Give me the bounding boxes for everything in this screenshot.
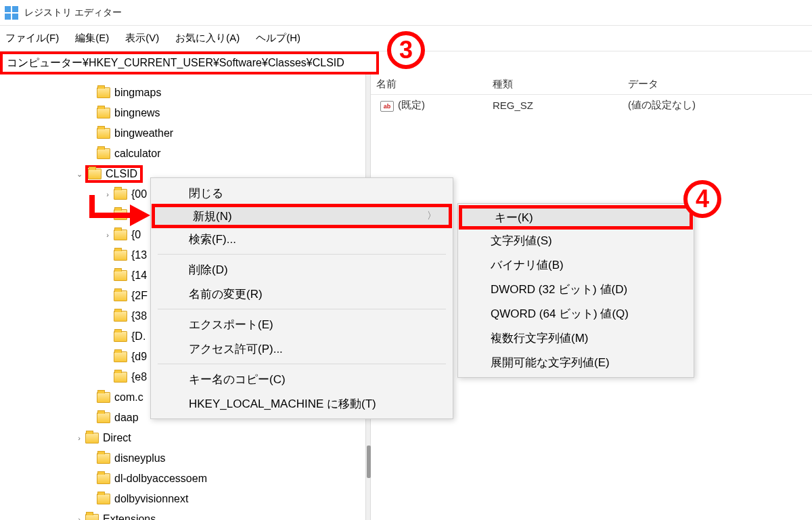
menu-view[interactable]: 表示(V) <box>125 32 159 45</box>
tree-item-dolbyvision[interactable]: dolbyvisionnext <box>0 489 365 509</box>
annotation-badge-3: 3 <box>387 31 425 69</box>
address-path: コンピューター¥HKEY_CURRENT_USER¥Software¥Class… <box>7 56 344 70</box>
ctx-label: 削除(D) <box>189 262 228 278</box>
chevron-right-icon[interactable]: › <box>73 515 85 520</box>
ctx-label: 新規(N) <box>193 209 232 224</box>
menu-favorites[interactable]: お気に入り(A) <box>175 32 240 45</box>
tree-label: {2F <box>131 290 148 302</box>
sub-label: 展開可能な文字列値(E) <box>491 355 610 370</box>
tree-item-extensions[interactable]: ›Extensions <box>0 509 365 520</box>
folder-icon <box>97 494 110 504</box>
tree-label: {13 <box>131 249 147 261</box>
menu-edit[interactable]: 編集(E) <box>75 32 109 45</box>
folder-icon <box>114 290 127 301</box>
folder-icon <box>85 514 99 520</box>
folder-icon <box>114 250 127 261</box>
tree-label: CLSID <box>106 168 137 180</box>
col-data[interactable]: データ <box>628 78 812 91</box>
separator <box>158 309 446 309</box>
chevron-right-icon[interactable]: › <box>73 434 85 442</box>
sub-expandstring[interactable]: 展開可能な文字列値(E) <box>458 350 694 374</box>
tree-label: Extensions <box>103 513 156 520</box>
ctx-new[interactable]: 新規(N)〉 <box>152 204 452 228</box>
ctx-close[interactable]: 閉じる <box>151 181 453 205</box>
tree-label: {0 <box>131 209 141 221</box>
col-name[interactable]: 名前 <box>371 78 493 91</box>
tree-label: {38 <box>131 310 147 322</box>
chevron-right-icon[interactable]: › <box>102 231 114 239</box>
sub-label: キー(K) <box>495 210 533 225</box>
ctx-find[interactable]: 検索(F)... <box>151 227 453 251</box>
sub-string[interactable]: 文字列値(S) <box>458 228 694 253</box>
tree-label: {e8 <box>131 371 147 383</box>
tree-label: {d9 <box>131 351 147 363</box>
tree-label: {14 <box>131 269 147 282</box>
folder-icon <box>114 331 127 342</box>
tree-item-disneyplus[interactable]: disneyplus <box>0 448 365 469</box>
tree-item-bingmaps[interactable]: bingmaps <box>0 83 365 103</box>
tree-label: dl-dolbyaccessoem <box>114 473 207 485</box>
ctx-label: エクスポート(E) <box>189 317 273 332</box>
chevron-right-icon: 〉 <box>427 210 436 222</box>
folder-icon <box>114 270 127 281</box>
folder-icon <box>97 473 110 484</box>
context-menu: 閉じる 新規(N)〉 検索(F)... 削除(D) 名前の変更(R) エクスポー… <box>150 177 453 419</box>
folder-icon <box>97 412 110 423</box>
string-value-icon: ab <box>380 101 394 112</box>
folder-icon <box>97 148 110 159</box>
tree-label: daap <box>114 412 139 424</box>
menu-file[interactable]: ファイル(F) <box>5 32 59 45</box>
badge-label: 3 <box>399 36 413 64</box>
tree-label: {0 <box>131 229 141 241</box>
chevron-right-icon[interactable]: › <box>102 190 114 198</box>
separator <box>158 364 446 364</box>
folder-icon <box>114 372 127 383</box>
titlebar: レジストリ エディター <box>0 0 812 26</box>
tree-label: bingmaps <box>114 87 161 99</box>
list-header: 名前 種類 データ <box>371 74 812 95</box>
tree-label: {00 <box>131 188 147 200</box>
tree-label: calculator <box>114 148 160 160</box>
ctx-export[interactable]: エクスポート(E) <box>151 312 453 337</box>
app-title: レジストリ エディター <box>24 7 122 19</box>
ctx-permissions[interactable]: アクセス許可(P)... <box>151 337 453 361</box>
sub-dword[interactable]: DWORD (32 ビット) 値(D) <box>458 277 694 301</box>
ctx-goto-hklm[interactable]: HKEY_LOCAL_MACHINE に移動(T) <box>151 391 453 416</box>
tree-label: com.c <box>114 391 143 404</box>
ctx-rename[interactable]: 名前の変更(R) <box>151 282 453 306</box>
chevron-down-icon[interactable]: ⌄ <box>73 170 85 179</box>
tree-item-calculator[interactable]: calculator <box>0 144 365 164</box>
ctx-delete[interactable]: 削除(D) <box>151 257 453 282</box>
folder-icon <box>97 87 110 98</box>
tree-label: bingweather <box>114 127 173 139</box>
sub-label: バイナリ値(B) <box>491 257 564 273</box>
sub-binary[interactable]: バイナリ値(B) <box>458 253 694 277</box>
svg-rect-3 <box>12 14 18 20</box>
tree-item-bingweather[interactable]: bingweather <box>0 123 365 144</box>
address-bar[interactable]: コンピューター¥HKEY_CURRENT_USER¥Software¥Class… <box>0 51 379 74</box>
tree-item-dldolby[interactable]: dl-dolbyaccessoem <box>0 469 365 489</box>
sub-qword[interactable]: QWORD (64 ビット) 値(Q) <box>458 301 694 326</box>
folder-icon <box>114 351 127 362</box>
sub-multistring[interactable]: 複数行文字列値(M) <box>458 326 694 350</box>
sub-label: QWORD (64 ビット) 値(Q) <box>491 306 629 322</box>
folder-icon <box>97 108 110 118</box>
app-icon <box>4 5 19 20</box>
folder-icon <box>88 169 102 179</box>
ctx-copy-key-name[interactable]: キー名のコピー(C) <box>151 367 453 391</box>
menu-help[interactable]: ヘルプ(H) <box>256 32 300 45</box>
col-type[interactable]: 種類 <box>493 78 628 91</box>
list-row-default[interactable]: ab(既定) REG_SZ (値の設定なし) <box>371 95 812 115</box>
sub-key[interactable]: キー(K) <box>459 205 693 230</box>
folder-icon <box>114 311 127 322</box>
ctx-label: HKEY_LOCAL_MACHINE に移動(T) <box>189 396 376 412</box>
ctx-label: アクセス許可(P)... <box>189 341 283 357</box>
value-type: REG_SZ <box>493 100 628 111</box>
folder-icon <box>97 392 110 403</box>
tree-item-bingnews[interactable]: bingnews <box>0 103 365 123</box>
tree-item-direct[interactable]: ›Direct <box>0 428 365 448</box>
submenu-new: キー(K) 文字列値(S) バイナリ値(B) DWORD (32 ビット) 値(… <box>457 203 694 378</box>
ctx-label: キー名のコピー(C) <box>189 372 286 387</box>
value-data: (値の設定なし) <box>628 99 812 112</box>
sub-label: DWORD (32 ビット) 値(D) <box>491 282 627 297</box>
